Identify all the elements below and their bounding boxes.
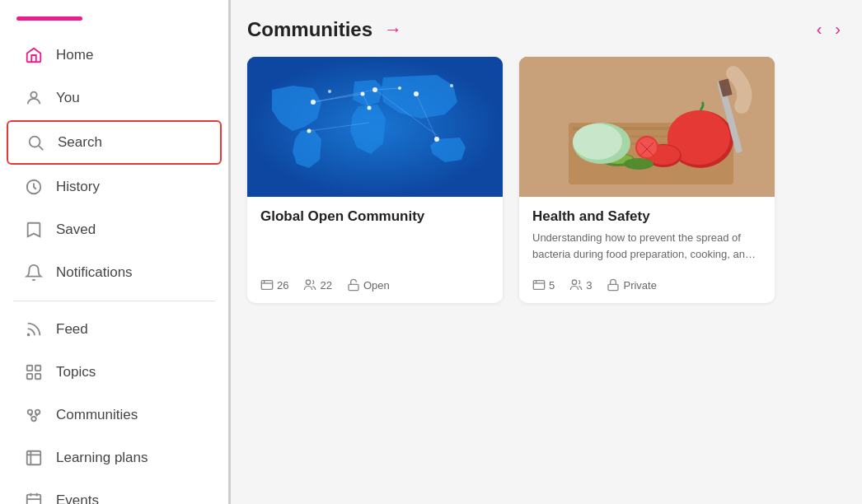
- sidebar-item-you[interactable]: You: [7, 77, 222, 119]
- courses-icon-health: [532, 278, 546, 292]
- card-image-health: [519, 57, 775, 197]
- svg-point-32: [307, 129, 312, 133]
- sidebar-item-saved-label: Saved: [56, 222, 96, 238]
- sidebar-item-feed[interactable]: Feed: [7, 309, 222, 350]
- bookmark-icon: [23, 219, 45, 240]
- sidebar-item-notifications[interactable]: Notifications: [7, 252, 222, 293]
- svg-rect-8: [35, 374, 40, 379]
- main-content: Communities → ‹ ›: [231, 0, 862, 504]
- carousel-nav: ‹ ›: [812, 16, 846, 42]
- home-icon: [23, 44, 45, 66]
- carousel-prev-button[interactable]: ‹: [812, 16, 827, 42]
- card-desc-health: Understanding how to prevent the spread …: [532, 230, 761, 262]
- community-card-global[interactable]: Global Open Community 26 22 Open: [247, 57, 503, 303]
- sidebar-item-communities[interactable]: Communities: [7, 394, 222, 436]
- stat-access-global: Open: [347, 278, 390, 292]
- sidebar-item-learning-plans[interactable]: Learning plans: [7, 437, 222, 478]
- sidebar-item-home[interactable]: Home: [7, 35, 222, 76]
- food-scene-svg: [519, 57, 775, 197]
- sidebar-item-learning-plans-label: Learning plans: [56, 450, 148, 466]
- card-footer-health: 5 3 Private: [519, 270, 775, 303]
- card-image-global: [247, 57, 503, 197]
- sidebar-item-events-label: Events: [56, 492, 99, 504]
- svg-point-53: [624, 158, 654, 170]
- topics-icon: [23, 362, 45, 383]
- svg-rect-62: [533, 281, 544, 290]
- svg-point-36: [450, 84, 453, 87]
- bell-icon: [23, 262, 45, 283]
- svg-point-4: [28, 334, 30, 336]
- svg-rect-5: [27, 366, 32, 371]
- search-icon: [25, 132, 46, 153]
- members-icon-health: [569, 278, 583, 292]
- sidebar-item-you-label: You: [56, 90, 80, 106]
- svg-point-28: [372, 87, 377, 92]
- feed-icon: [23, 319, 45, 340]
- svg-point-65: [573, 280, 577, 284]
- sidebar-item-events[interactable]: Events: [7, 480, 222, 504]
- stat-courses-global: 26: [260, 278, 288, 292]
- svg-point-34: [398, 86, 401, 90]
- communities-icon: [23, 404, 45, 426]
- sidebar: Home You Search History: [0, 0, 231, 504]
- card-body-health: Health and Safety Understanding how to p…: [519, 197, 775, 270]
- brand-bar-container: [0, 8, 228, 34]
- svg-point-40: [307, 280, 311, 284]
- world-map-svg: [247, 57, 503, 197]
- svg-point-31: [368, 106, 372, 110]
- members-count-health: 3: [586, 279, 592, 292]
- sidebar-item-communities-label: Communities: [56, 407, 138, 423]
- stat-courses-health: 5: [532, 278, 555, 292]
- sidebar-item-history-label: History: [56, 179, 100, 195]
- access-label-global: Open: [363, 279, 390, 292]
- svg-rect-7: [27, 374, 32, 379]
- lock-icon: [607, 278, 620, 292]
- sidebar-item-history[interactable]: History: [7, 166, 222, 208]
- members-icon: [303, 278, 316, 292]
- svg-point-33: [361, 92, 365, 96]
- svg-point-30: [434, 137, 439, 142]
- stat-members-global: 22: [303, 278, 331, 292]
- access-label-health: Private: [623, 279, 656, 292]
- user-icon: [23, 87, 45, 109]
- members-count-global: 22: [320, 279, 331, 292]
- sidebar-item-notifications-label: Notifications: [56, 264, 133, 281]
- svg-rect-12: [27, 451, 41, 465]
- sidebar-item-home-label: Home: [56, 47, 93, 63]
- communities-title: Communities: [247, 18, 372, 41]
- communities-see-all-arrow[interactable]: →: [384, 19, 402, 40]
- cards-container: Global Open Community 26 22 Open: [247, 57, 846, 303]
- stat-members-health: 3: [569, 278, 592, 292]
- svg-point-55: [573, 124, 622, 160]
- stat-access-health: Private: [607, 278, 656, 292]
- communities-title-group: Communities →: [247, 18, 402, 41]
- card-title-health: Health and Safety: [532, 208, 761, 225]
- learning-plans-icon: [23, 447, 45, 469]
- sidebar-item-search-label: Search: [58, 134, 102, 151]
- svg-point-1: [30, 137, 40, 147]
- svg-point-27: [311, 100, 316, 105]
- svg-point-11: [31, 417, 36, 422]
- card-footer-global: 26 22 Open: [247, 270, 503, 303]
- courses-icon: [260, 278, 274, 292]
- svg-point-0: [30, 92, 36, 98]
- svg-point-59: [637, 138, 657, 157]
- sidebar-item-search[interactable]: Search: [7, 120, 222, 165]
- open-lock-icon: [347, 278, 360, 292]
- courses-count-global: 26: [277, 279, 288, 292]
- communities-header: Communities → ‹ ›: [247, 16, 846, 42]
- svg-line-2: [39, 146, 43, 150]
- svg-point-35: [328, 90, 331, 93]
- card-body-global: Global Open Community: [247, 197, 503, 270]
- card-title-global: Global Open Community: [260, 208, 490, 225]
- community-card-health[interactable]: Health and Safety Understanding how to p…: [519, 57, 775, 303]
- events-icon: [23, 490, 45, 504]
- brand-bar: [16, 16, 82, 21]
- sidebar-item-topics[interactable]: Topics: [7, 352, 222, 393]
- sidebar-item-topics-label: Topics: [56, 364, 96, 380]
- svg-rect-41: [349, 284, 358, 290]
- sidebar-divider: [13, 301, 215, 301]
- carousel-next-button[interactable]: ›: [830, 16, 846, 42]
- sidebar-item-saved[interactable]: Saved: [7, 209, 222, 250]
- svg-rect-66: [608, 284, 618, 290]
